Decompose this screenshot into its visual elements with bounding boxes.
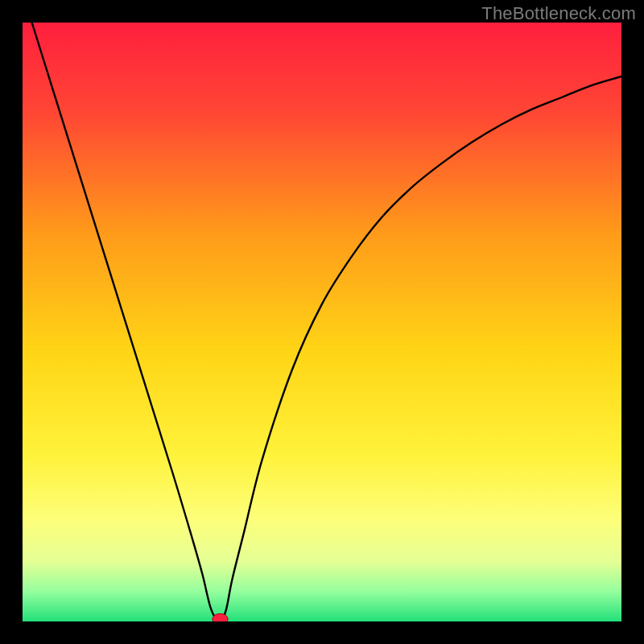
chart-background [23,23,621,621]
watermark-label: TheBottleneck.com [481,3,636,24]
chart-frame: TheBottleneck.com [0,0,644,644]
bottleneck-chart [23,23,621,621]
optimal-point-marker [213,613,228,621]
